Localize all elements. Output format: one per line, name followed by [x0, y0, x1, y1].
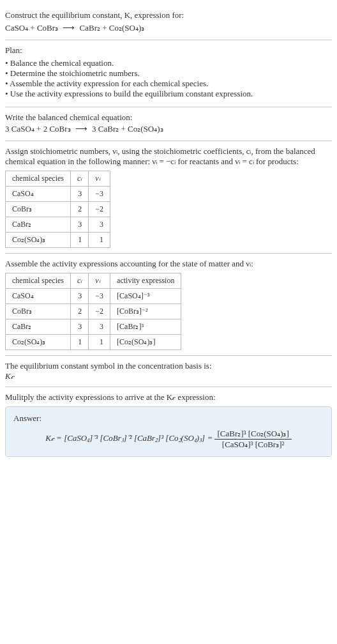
eq-right: 3 CaBr₂ + Co₂(SO₄)₃	[92, 124, 163, 134]
cell-c: 3	[70, 187, 88, 202]
cell-species: Co₂(SO₄)₃	[6, 335, 71, 350]
activity-intro: Assemble the activity expressions accoun…	[5, 259, 332, 269]
construct-prompt: Construct the equilibrium constant, K, e…	[5, 10, 332, 20]
cell-expr: [Co₂(SO₄)₃]	[110, 335, 181, 350]
col-v: νᵢ	[89, 171, 110, 187]
balanced-title: Write the balanced chemical equation:	[5, 112, 332, 123]
col-v: νᵢ	[89, 273, 110, 289]
cell-v: 3	[89, 319, 110, 335]
table-row: Co₂(SO₄)₃ 1 1 [Co₂(SO₄)₃]	[6, 335, 181, 350]
plan-item: Assemble the activity expression for eac…	[5, 79, 332, 89]
cell-expr: [CoBr₃]⁻²	[110, 304, 181, 319]
cell-c: 2	[70, 304, 88, 319]
cell-expr: [CaSO₄]⁻³	[110, 289, 181, 304]
stoich-table: chemical species cᵢ νᵢ CaSO₄ 3 −3 CoBr₃ …	[5, 171, 110, 248]
kc-lhs: K𝒸 = [CaSO₄]⁻³ [CoBr₃]⁻² [CaBr₂]³ [Co₂(S…	[45, 433, 213, 443]
symbol-section: The equilibrium constant symbol in the c…	[5, 356, 332, 387]
kc-expression: K𝒸 = [CaSO₄]⁻³ [CoBr₃]⁻² [CaBr₂]³ [Co₂(S…	[13, 429, 324, 450]
cell-v: −2	[89, 202, 110, 217]
stoich-intro: Assign stoichiometric numbers, νᵢ, using…	[5, 146, 332, 167]
cell-c: 3	[70, 217, 88, 233]
eq-right: CaBr₂ + Co₂(SO₄)₃	[80, 23, 145, 33]
cell-v: 1	[89, 335, 110, 350]
symbol-value: K𝒸	[5, 371, 332, 381]
cell-c: 3	[70, 319, 88, 335]
answer-label: Answer:	[13, 413, 324, 424]
balanced-equation: 3 CaSO₄ + 2 CoBr₃ ⟶ 3 CaBr₂ + Co₂(SO₄)₃	[5, 124, 332, 134]
cell-v: −3	[89, 187, 110, 202]
table-row: CaBr₂ 3 3 [CaBr₂]³	[6, 319, 181, 335]
cell-c: 1	[70, 233, 88, 248]
cell-c: 1	[70, 335, 88, 350]
cell-v: 1	[89, 233, 110, 248]
cell-v: −3	[89, 289, 110, 304]
plan-item: Use the activity expressions to build th…	[5, 89, 332, 99]
cell-v: −2	[89, 304, 110, 319]
table-row: CoBr₃ 2 −2 [CoBr₃]⁻²	[6, 304, 181, 319]
cell-c: 2	[70, 202, 88, 217]
cell-species: CoBr₃	[6, 202, 71, 217]
plan-list: Balance the chemical equation. Determine…	[5, 58, 332, 99]
table-row: CaSO₄ 3 −3 [CaSO₄]⁻³	[6, 289, 181, 304]
activity-section: Assemble the activity expressions accoun…	[5, 254, 332, 356]
table-header-row: chemical species cᵢ νᵢ activity expressi…	[6, 273, 181, 289]
stoich-section: Assign stoichiometric numbers, νᵢ, using…	[5, 141, 332, 254]
col-species: chemical species	[6, 171, 71, 187]
col-expr: activity expression	[110, 273, 181, 289]
cell-species: CaSO₄	[6, 187, 71, 202]
arrow-icon: ⟶	[63, 23, 75, 33]
activity-table: chemical species cᵢ νᵢ activity expressi…	[5, 273, 181, 350]
plan-item: Determine the stoichiometric numbers.	[5, 68, 332, 79]
multiply-section: Mulitply the activity expressions to arr…	[5, 387, 332, 462]
balanced-section: Write the balanced chemical equation: 3 …	[5, 107, 332, 141]
cell-species: CaBr₂	[6, 319, 71, 335]
eq-left: CaSO₄ + CoBr₃	[5, 23, 58, 33]
plan-section: Plan: Balance the chemical equation. Det…	[5, 40, 332, 107]
arrow-icon: ⟶	[75, 124, 87, 134]
frac-denominator: [CaSO₄]³ [CoBr₃]²	[214, 440, 291, 450]
plan-item: Balance the chemical equation.	[5, 58, 332, 68]
cell-species: CoBr₃	[6, 304, 71, 319]
cell-c: 3	[70, 289, 88, 304]
cell-species: Co₂(SO₄)₃	[6, 233, 71, 248]
symbol-intro: The equilibrium constant symbol in the c…	[5, 361, 332, 371]
eq-left: 3 CaSO₄ + 2 CoBr₃	[5, 124, 71, 134]
cell-expr: [CaBr₂]³	[110, 319, 181, 335]
cell-v: 3	[89, 217, 110, 233]
unbalanced-equation: CaSO₄ + CoBr₃ ⟶ CaBr₂ + Co₂(SO₄)₃	[5, 23, 332, 33]
table-row: CaSO₄ 3 −3	[6, 187, 110, 202]
table-header-row: chemical species cᵢ νᵢ	[6, 171, 110, 187]
table-row: CoBr₃ 2 −2	[6, 202, 110, 217]
multiply-intro: Mulitply the activity expressions to arr…	[5, 392, 332, 402]
col-c: cᵢ	[70, 273, 88, 289]
cell-species: CaBr₂	[6, 217, 71, 233]
frac-numerator: [CaBr₂]³ [Co₂(SO₄)₃]	[214, 429, 291, 440]
col-species: chemical species	[6, 273, 71, 289]
table-row: Co₂(SO₄)₃ 1 1	[6, 233, 110, 248]
table-row: CaBr₂ 3 3	[6, 217, 110, 233]
answer-box: Answer: K𝒸 = [CaSO₄]⁻³ [CoBr₃]⁻² [CaBr₂]…	[5, 406, 332, 457]
cell-species: CaSO₄	[6, 289, 71, 304]
kc-fraction: [CaBr₂]³ [Co₂(SO₄)₃] [CaSO₄]³ [CoBr₃]²	[214, 429, 291, 450]
col-c: cᵢ	[70, 171, 88, 187]
header-section: Construct the equilibrium constant, K, e…	[5, 5, 332, 40]
plan-title: Plan:	[5, 45, 332, 56]
